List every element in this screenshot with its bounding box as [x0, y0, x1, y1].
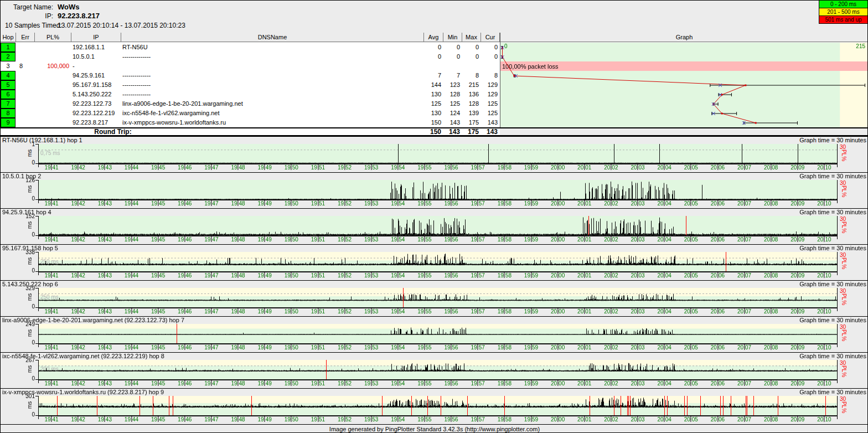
time-tick-mark: [638, 415, 638, 422]
time-tick-mark: [478, 415, 478, 422]
timeline-canvas: [38, 360, 838, 380]
time-tick: 1941: [44, 344, 58, 351]
time-tick-mark: [238, 235, 239, 242]
time-tick-hour: 20: [551, 236, 557, 243]
time-tick-mark: [638, 163, 638, 170]
time-tick-hour: 19: [338, 272, 344, 279]
time-tick-minute: 42: [79, 200, 85, 207]
time-tick-hour: 19: [125, 380, 131, 387]
time-tick-minute: 58: [505, 344, 512, 351]
time-tick-minute: 57: [479, 236, 485, 243]
time-tick-minute: 49: [266, 272, 272, 279]
time-tick-minute: 06: [719, 380, 725, 387]
time-tick: 1954: [391, 380, 405, 387]
time-tick-minute: 08: [772, 308, 778, 315]
time-tick-hour: 19: [44, 380, 50, 387]
min-cell: 124: [443, 109, 460, 118]
time-tick-hour: 19: [231, 200, 237, 207]
time-tick: 1956: [444, 272, 458, 279]
time-tick-hour: 19: [178, 416, 184, 423]
time-tick-mark: [611, 235, 611, 242]
time-tick-mark: [78, 199, 79, 206]
time-tick: 1946: [178, 380, 192, 387]
time-tick-mark: [397, 343, 398, 350]
time-tick-minute: 06: [719, 164, 725, 171]
time-tick-minute: 48: [239, 236, 245, 243]
timeline-label: RT-N56U (192.168.1.1) hop 1: [2, 137, 82, 143]
hop-number-cell: 8: [1, 109, 16, 118]
time-tick-hour: 19: [125, 344, 131, 351]
min-cell: 143: [443, 118, 460, 127]
ip-cell: 95.167.91.158: [73, 80, 111, 90]
time-tick-mark: [531, 379, 531, 386]
time-tick: 1944: [125, 416, 138, 423]
time-tick-mark: [824, 415, 824, 422]
time-tick-mark: [184, 307, 185, 314]
time-tick-minute: 06: [719, 236, 725, 243]
time-tick-minute: 04: [665, 308, 671, 315]
time-tick: 1954: [391, 236, 405, 243]
time-tick: 1955: [417, 200, 431, 207]
time-tick: 1957: [471, 236, 485, 243]
time-tick: 1943: [98, 416, 112, 423]
max-cell: 0: [462, 52, 479, 61]
time-tick-minute: 50: [292, 308, 298, 315]
time-tick-mark: [344, 307, 345, 314]
time-tick: 1957: [471, 200, 485, 207]
time-tick-mark: [424, 163, 425, 170]
time-tick: 1956: [444, 200, 458, 207]
time-tick-minute: 47: [212, 272, 218, 279]
time-tick: 2008: [764, 272, 778, 279]
time-tick-mark: [531, 415, 531, 422]
time-tick-hour: 19: [417, 380, 423, 387]
y-max-label: 338: [15, 249, 35, 255]
time-tick-hour: 20: [737, 272, 743, 279]
time-tick: 1951: [311, 380, 325, 387]
time-tick-minute: 42: [79, 380, 85, 387]
time-tick-minute: 45: [159, 164, 165, 171]
column-header-min: Min: [443, 33, 462, 42]
time-tick-minute: 51: [319, 236, 325, 243]
time-tick-minute: 50: [292, 164, 298, 171]
time-tick-minute: 05: [692, 416, 698, 423]
time-tick-mark: [717, 271, 718, 278]
column-header-hop: Hop: [1, 33, 16, 42]
time-tick-mark: [371, 235, 371, 242]
round-trip-max: 175: [462, 128, 479, 135]
y-zero-label: 0: [15, 339, 35, 346]
time-tick: 2004: [658, 272, 671, 279]
time-tick: 1946: [178, 272, 192, 279]
time-tick-mark: [611, 343, 611, 350]
time-tick-minute: 57: [479, 164, 485, 171]
time-tick-minute: 05: [692, 308, 698, 315]
time-tick-mark: [797, 307, 798, 314]
time-tick: 1947: [204, 380, 218, 387]
cur-cell: 129: [481, 90, 498, 99]
time-tick-minute: 07: [745, 164, 751, 171]
time-tick: 1943: [98, 344, 112, 351]
min-cell: 0: [443, 43, 460, 52]
time-tick-minute: 58: [505, 200, 512, 207]
time-tick-mark: [211, 343, 211, 350]
time-tick: 2004: [658, 200, 671, 207]
time-tick-hour: 20: [577, 236, 583, 243]
time-tick-hour: 19: [125, 164, 131, 171]
time-tick-mark: [557, 379, 558, 386]
time-tick-minute: 02: [612, 308, 618, 315]
time-tick-hour: 20: [790, 200, 797, 207]
time-tick-minute: 02: [612, 416, 618, 423]
time-tick: 2009: [790, 200, 804, 207]
time-tick-hour: 19: [417, 164, 423, 171]
time-tick-minute: 07: [745, 236, 751, 243]
time-tick-minute: 51: [319, 272, 325, 279]
time-tick-minute: 02: [612, 272, 618, 279]
hop-row: 595.167.91.158--------------144123215129: [1, 80, 500, 90]
time-tick-minute: 52: [345, 236, 352, 243]
time-tick-hour: 20: [764, 308, 770, 315]
time-tick-mark: [184, 343, 185, 350]
time-tick-hour: 19: [258, 344, 264, 351]
time-tick-mark: [504, 271, 505, 278]
time-tick-hour: 19: [204, 164, 210, 171]
ms-axis-label: ms: [27, 185, 33, 193]
timeline-section: 95.167.91.158 hop 5Graph time = 30 minut…: [1, 244, 868, 280]
